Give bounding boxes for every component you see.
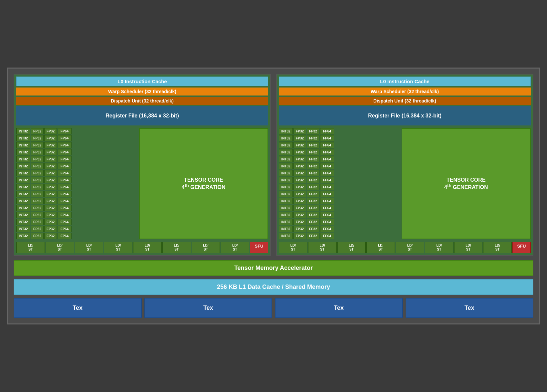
fp64-cell: FP64 (320, 135, 334, 141)
int32-cell: INT32 (16, 177, 30, 183)
fp32-cell: FP32 (307, 163, 319, 169)
fp32-cell: FP32 (293, 226, 306, 232)
ldst-cell: LD/ST (396, 242, 424, 253)
fp64-cell: FP64 (320, 226, 334, 232)
sfu-cell-left: SFU (250, 242, 268, 253)
fp64-cell: FP64 (320, 149, 334, 155)
fp32-cell: FP32 (31, 135, 44, 141)
fp32-cell: FP32 (44, 205, 57, 211)
dispatch-unit-right: Dispatch Unit (32 thread/clk) (279, 97, 531, 105)
fp64-cell: FP64 (58, 149, 72, 155)
table-row: INT32 FP32 FP32 FP64 (16, 163, 138, 169)
fp32-cell: FP32 (307, 191, 319, 197)
ldst-cell: LD/ST (483, 242, 512, 253)
int32-cell: INT32 (279, 142, 293, 148)
table-row: INT32 FP32 FP32 FP64 (16, 219, 138, 225)
fp64-cell: FP64 (320, 184, 334, 190)
int32-cell: INT32 (279, 233, 293, 239)
fp64-cell: FP64 (320, 205, 334, 211)
fp64-cell: FP64 (58, 142, 72, 148)
fp32-cell: FP32 (293, 156, 306, 162)
fp32-cell: FP32 (44, 233, 57, 239)
fp64-cell: FP64 (58, 191, 72, 197)
fp64-cell: FP64 (58, 184, 72, 190)
int32-cell: INT32 (279, 163, 293, 169)
fp64-cell: FP64 (320, 177, 334, 183)
int32-cell: INT32 (279, 198, 293, 204)
int32-cell: INT32 (279, 184, 293, 190)
fp32-cell: FP32 (293, 191, 306, 197)
register-file-right: Register File (16,384 x 32-bit) (279, 106, 531, 125)
fp64-cell: FP64 (58, 198, 72, 204)
fp64-cell: FP64 (320, 219, 334, 225)
fp64-cell: FP64 (320, 128, 334, 134)
fp32-cell: FP32 (44, 163, 57, 169)
fp32-cell: FP32 (307, 142, 319, 148)
fp32-cell: FP32 (293, 163, 306, 169)
fp32-cell: FP32 (31, 226, 44, 232)
fp32-cell: FP32 (307, 219, 319, 225)
fp32-cell: FP32 (31, 170, 44, 176)
fp32-cell: FP32 (31, 142, 44, 148)
int32-cell: INT32 (279, 170, 293, 176)
tex-unit-1: Tex (144, 298, 273, 318)
table-row: INT32 FP32 FP32 FP64 (279, 184, 400, 190)
table-row: INT32 FP32 FP32 FP64 (279, 233, 400, 239)
table-row: INT32 FP32 FP32 FP64 (16, 226, 138, 232)
fp64-cell: FP64 (320, 233, 334, 239)
int32-cell: INT32 (16, 191, 30, 197)
fp64-cell: FP64 (58, 233, 72, 239)
fp32-cell: FP32 (31, 198, 44, 204)
fp32-cell: FP32 (293, 205, 306, 211)
table-row: INT32 FP32 FP32 FP64 (16, 198, 138, 204)
int32-cell: INT32 (279, 205, 293, 211)
sm-container: L0 Instruction Cache Warp Scheduler (32 … (14, 74, 533, 256)
fp64-cell: FP64 (58, 177, 72, 183)
int32-cell: INT32 (279, 226, 293, 232)
fp32-cell: FP32 (307, 170, 319, 176)
fp32-cell: FP32 (44, 226, 57, 232)
int32-cell: INT32 (16, 135, 30, 141)
table-row: INT32 FP32 FP32 FP64 (279, 156, 400, 162)
table-row: INT32 FP32 FP32 FP64 (279, 135, 400, 141)
fp32-cell: FP32 (293, 149, 306, 155)
table-row: INT32 FP32 FP32 FP64 (279, 128, 400, 134)
fp32-cell: FP32 (31, 219, 44, 225)
table-row: INT32 FP32 FP32 FP64 (16, 205, 138, 211)
fp64-cell: FP64 (320, 212, 334, 218)
fp32-cell: FP32 (44, 184, 57, 190)
ldst-cell: LD/ST (162, 242, 191, 253)
int32-cell: INT32 (16, 142, 30, 148)
fp64-cell: FP64 (58, 219, 72, 225)
fp32-cell: FP32 (307, 205, 319, 211)
sm-block-left: L0 Instruction Cache Warp Scheduler (32 … (14, 74, 271, 256)
int32-cell: INT32 (16, 205, 30, 211)
tensor-core-left: TENSOR CORE 4th GENERATION (139, 128, 269, 239)
tex-unit-0: Tex (14, 298, 142, 318)
fp32-cell: FP32 (307, 226, 319, 232)
fp32-cell: FP32 (31, 163, 44, 169)
l0-cache-right: L0 Instruction Cache (279, 77, 531, 86)
fp32-cell: FP32 (44, 177, 57, 183)
fp32-cell: FP32 (44, 170, 57, 176)
ldst-cell: LD/ST (133, 242, 162, 253)
fp32-cell: FP32 (44, 212, 57, 218)
unit-rows-right: INT32 FP32 FP32 FP64 INT32 FP32 FP32 FP6… (279, 128, 400, 239)
int32-cell: INT32 (279, 219, 293, 225)
ldst-cell: LD/ST (366, 242, 395, 253)
table-row: INT32 FP32 FP32 FP64 (16, 156, 138, 162)
fp32-cell: FP32 (307, 233, 319, 239)
fp32-cell: FP32 (293, 170, 306, 176)
int32-cell: INT32 (279, 135, 293, 141)
fp64-cell: FP64 (320, 156, 334, 162)
int32-cell: INT32 (16, 184, 30, 190)
fp32-cell: FP32 (293, 135, 306, 141)
fp64-cell: FP64 (320, 198, 334, 204)
tex-unit-3: Tex (406, 298, 534, 318)
int32-cell: INT32 (16, 170, 30, 176)
fp32-cell: FP32 (31, 128, 44, 134)
table-row: INT32 FP32 FP32 FP64 (279, 219, 400, 225)
fp32-cell: FP32 (307, 156, 319, 162)
int32-cell: INT32 (279, 191, 293, 197)
ldst-cell: LD/ST (279, 242, 307, 253)
